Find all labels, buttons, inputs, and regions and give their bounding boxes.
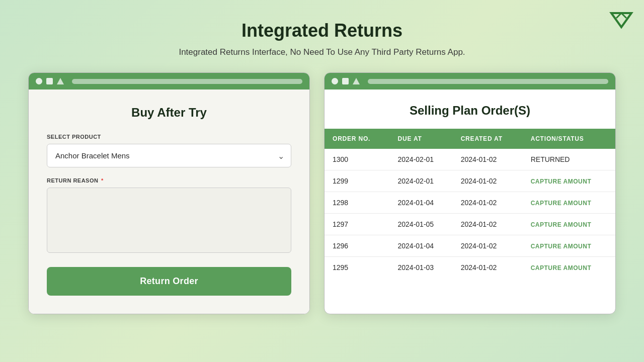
buy-after-try-panel: Buy After Try SELECT PRODUCT Anchor Brac… [28, 72, 310, 314]
cell-action-status[interactable]: CAPTURE AMOUNT [523, 170, 615, 192]
capture-amount-link[interactable]: CAPTURE AMOUNT [531, 200, 592, 207]
required-star: * [99, 177, 103, 184]
browser-dot-3 [57, 78, 64, 84]
col-action-status: ACTION/STATUS [523, 129, 615, 149]
table-row: 12952024-01-032024-01-02CAPTURE AMOUNT [325, 257, 615, 279]
cell-due-at: 2024-02-01 [390, 149, 453, 170]
cell-due-at: 2024-01-03 [390, 257, 453, 279]
orders-table: ORDER NO. DUE AT CREATED AT ACTION/STATU… [325, 129, 615, 278]
browser-url-bar-left [72, 79, 302, 84]
browser-bar-left [29, 73, 309, 89]
return-reason-textarea[interactable] [47, 188, 291, 253]
page-subtitle: Integrated Returns Interface, No Need To… [0, 47, 644, 57]
table-header: ORDER NO. DUE AT CREATED AT ACTION/STATU… [325, 129, 615, 149]
cell-order-no: 1297 [325, 214, 390, 235]
selling-plan-title: Selling Plan Order(S) [325, 104, 615, 118]
table-row: 12992024-02-012024-01-02CAPTURE AMOUNT [325, 170, 615, 192]
table-body: 13002024-02-012024-01-02RETURNED12992024… [325, 149, 615, 278]
capture-amount-link[interactable]: CAPTURE AMOUNT [531, 221, 592, 228]
browser-dot-r3 [353, 78, 360, 84]
browser-url-bar-right [368, 79, 608, 84]
col-created-at: CREATED AT [453, 129, 523, 149]
browser-dot-r2 [342, 78, 349, 84]
cell-action-status: RETURNED [523, 149, 615, 170]
return-reason-label: RETURN REASON * [47, 177, 291, 184]
panels-container: Buy After Try SELECT PRODUCT Anchor Brac… [0, 67, 644, 314]
cell-due-at: 2024-01-04 [390, 235, 453, 257]
selling-plan-panel: Selling Plan Order(S) ORDER NO. DUE AT C… [324, 72, 616, 314]
right-panel-content: Selling Plan Order(S) ORDER NO. DUE AT C… [325, 89, 615, 292]
cell-due-at: 2024-02-01 [390, 170, 453, 192]
capture-amount-link[interactable]: CAPTURE AMOUNT [531, 264, 592, 272]
buy-after-try-title: Buy After Try [47, 106, 291, 120]
product-select[interactable]: Anchor Bracelet Mens [47, 144, 291, 167]
cell-created-at: 2024-01-02 [453, 257, 523, 279]
page-header: Integrated Returns Integrated Returns In… [0, 0, 644, 67]
cell-created-at: 2024-01-02 [453, 149, 523, 170]
capture-amount-link[interactable]: CAPTURE AMOUNT [531, 178, 592, 185]
cell-created-at: 2024-01-02 [453, 214, 523, 235]
cell-created-at: 2024-01-02 [453, 192, 523, 214]
cell-due-at: 2024-01-05 [390, 214, 453, 235]
table-row: 12962024-01-042024-01-02CAPTURE AMOUNT [325, 235, 615, 257]
cell-order-no: 1299 [325, 170, 390, 192]
table-row: 13002024-02-012024-01-02RETURNED [325, 149, 615, 170]
select-product-label: SELECT PRODUCT [47, 134, 291, 140]
cell-created-at: 2024-01-02 [453, 170, 523, 192]
col-due-at: DUE AT [390, 129, 453, 149]
svg-marker-0 [611, 13, 631, 27]
product-select-wrapper: Anchor Bracelet Mens ⌄ [47, 144, 291, 167]
browser-bar-right [325, 73, 615, 89]
cell-action-status[interactable]: CAPTURE AMOUNT [523, 257, 615, 279]
table-row: 12982024-01-042024-01-02CAPTURE AMOUNT [325, 192, 615, 214]
browser-dot-2 [46, 78, 53, 84]
capture-amount-link[interactable]: CAPTURE AMOUNT [531, 243, 592, 250]
browser-dot-r1 [332, 78, 338, 84]
cell-action-status[interactable]: CAPTURE AMOUNT [523, 214, 615, 235]
cell-order-no: 1300 [325, 149, 390, 170]
page-title: Integrated Returns [0, 20, 644, 41]
table-header-row: ORDER NO. DUE AT CREATED AT ACTION/STATU… [325, 129, 615, 149]
table-row: 12972024-01-052024-01-02CAPTURE AMOUNT [325, 214, 615, 235]
cell-action-status[interactable]: CAPTURE AMOUNT [523, 235, 615, 257]
cell-order-no: 1298 [325, 192, 390, 214]
return-order-button[interactable]: Return Order [47, 267, 291, 296]
cell-action-status[interactable]: CAPTURE AMOUNT [523, 192, 615, 214]
cell-order-no: 1296 [325, 235, 390, 257]
cell-created-at: 2024-01-02 [453, 235, 523, 257]
browser-dot-1 [36, 78, 42, 84]
cell-due-at: 2024-01-04 [390, 192, 453, 214]
app-logo [609, 8, 634, 33]
cell-order-no: 1295 [325, 257, 390, 279]
col-order-no: ORDER NO. [325, 129, 390, 149]
left-panel-content: Buy After Try SELECT PRODUCT Anchor Brac… [29, 89, 309, 314]
